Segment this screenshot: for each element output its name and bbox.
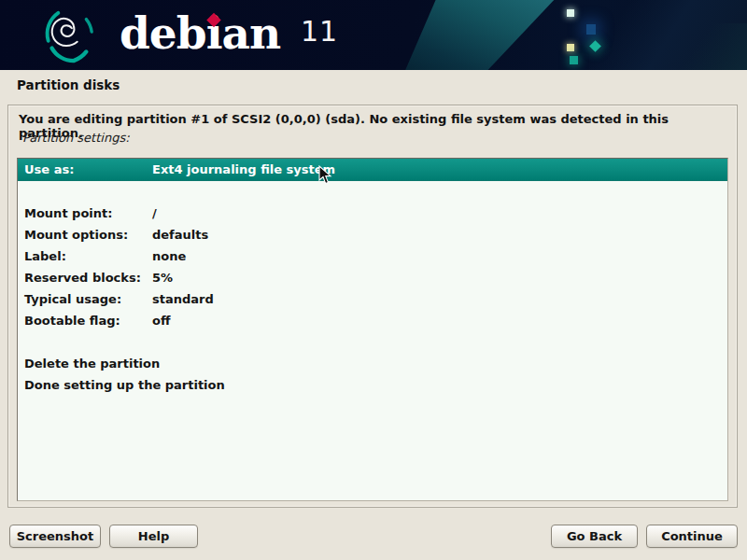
- settings-row-value: none: [152, 249, 186, 263]
- settings-row-value: /: [152, 206, 157, 220]
- settings-row-value: defaults: [152, 228, 208, 242]
- settings-row-label: Reserved blocks:: [18, 271, 152, 285]
- settings-row[interactable]: Mount point:/: [18, 203, 727, 224]
- banner-art-square: [570, 56, 578, 64]
- settings-row-label: Use as:: [18, 162, 152, 176]
- mouse-cursor-icon: [318, 165, 332, 185]
- settings-row[interactable]: Delete the partition: [18, 353, 727, 374]
- banner-art-square: [567, 9, 574, 17]
- settings-row[interactable]: Label:none: [18, 245, 727, 267]
- settings-row-spacer: [18, 181, 727, 203]
- partition-settings-list[interactable]: Use as:Ext4 journaling file systemMount …: [17, 158, 728, 501]
- installer-banner: debian 11: [0, 0, 747, 70]
- go-back-button[interactable]: Go Back: [551, 525, 638, 548]
- wordmark-an: an: [222, 7, 281, 59]
- settings-row[interactable]: Done setting up the partition: [18, 374, 727, 396]
- debian-wordmark: debian: [120, 0, 280, 67]
- settings-row-label: Mount options:: [18, 228, 152, 242]
- settings-row[interactable]: Typical usage:standard: [18, 288, 727, 310]
- screenshot-button[interactable]: Screenshot: [9, 525, 101, 548]
- settings-row[interactable]: Bootable flag:off: [18, 310, 727, 331]
- settings-row-label: Mount point:: [18, 206, 152, 220]
- settings-row-value: 5%: [152, 271, 173, 285]
- help-button[interactable]: Help: [109, 525, 198, 548]
- continue-button[interactable]: Continue: [646, 525, 738, 548]
- settings-row-label: Label:: [18, 249, 152, 263]
- settings-row-label: Typical usage:: [18, 292, 152, 306]
- banner-art-square: [586, 24, 596, 35]
- settings-row-value: off: [152, 314, 170, 328]
- wordmark-i: i: [206, 0, 222, 67]
- content-frame: You are editing partition #1 of SCSI2 (0…: [7, 105, 738, 508]
- settings-row-label: Done setting up the partition: [18, 378, 152, 392]
- banner-art-square: [567, 44, 574, 51]
- debian-version: 11: [301, 15, 338, 48]
- settings-row-label: Bootable flag:: [18, 314, 152, 328]
- settings-row[interactable]: Reserved blocks:5%: [18, 267, 727, 288]
- page-title: Partition disks: [17, 77, 120, 92]
- debian-swirl-icon: [39, 6, 97, 65]
- settings-row-spacer: [18, 331, 727, 353]
- banner-art-teal-band: [403, 0, 557, 70]
- settings-row-label: Delete the partition: [18, 357, 152, 371]
- partition-settings-caption: Partition settings:: [22, 131, 130, 145]
- settings-row-value: standard: [152, 292, 214, 306]
- wordmark-deb: deb: [120, 7, 206, 59]
- settings-row-value: Ext4 journaling file system: [152, 162, 335, 176]
- settings-row[interactable]: Use as:Ext4 journaling file system: [18, 159, 727, 181]
- settings-row[interactable]: Mount options:defaults: [18, 224, 727, 245]
